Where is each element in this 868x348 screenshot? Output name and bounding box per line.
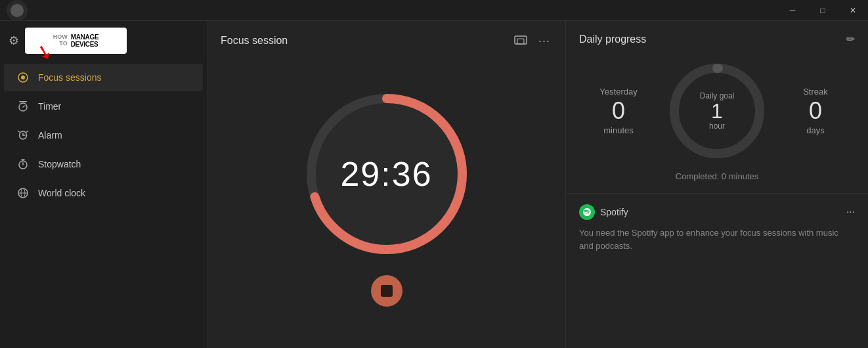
yesterday-stat: Yesterday 0 minutes: [579, 87, 658, 135]
focus-panel-header: Focus session ···: [221, 33, 552, 49]
cast-icon[interactable]: [513, 33, 529, 49]
focus-sessions-label: Focus sessions: [38, 72, 101, 83]
alarm-icon: [17, 129, 29, 141]
focus-sessions-icon: [17, 72, 29, 83]
sidebar-item-focus-sessions[interactable]: Focus sessions: [4, 64, 203, 91]
completed-text: Completed: 0 minutes: [579, 171, 855, 181]
edit-icon[interactable]: ✏: [846, 33, 855, 45]
title-bar-controls: ─ □ ✕: [777, 0, 868, 21]
logo-image: HOW TO MANAGE DEVICES: [25, 28, 127, 54]
spotify-header: Spotify ···: [579, 204, 855, 220]
svg-rect-15: [515, 36, 527, 44]
alarm-label: Alarm: [38, 130, 62, 141]
app-icon: [7, 0, 28, 21]
svg-rect-16: [517, 39, 524, 44]
focus-panel: Focus session ···: [207, 21, 566, 348]
streak-value: 0: [809, 99, 822, 123]
focus-panel-title: Focus session: [221, 35, 288, 47]
world-clock-label: World clock: [38, 188, 85, 198]
yesterday-unit: minutes: [603, 125, 634, 135]
progress-stats: Yesterday 0 minutes Daily goal: [579, 58, 855, 163]
spotify-name: Spotify: [600, 207, 628, 217]
sidebar-item-alarm[interactable]: Alarm: [4, 121, 203, 149]
spotify-icon: [579, 204, 595, 220]
world-clock-icon: [17, 187, 29, 199]
progress-panel: Daily progress ✏ Yesterday 0 minutes: [566, 21, 868, 348]
main-content: Focus session ···: [207, 21, 868, 348]
stop-icon: [381, 285, 393, 297]
yesterday-label: Yesterday: [599, 87, 637, 97]
maximize-button[interactable]: □: [808, 0, 838, 21]
progress-header: Daily progress ✏: [579, 33, 855, 45]
sidebar: ⚙ HOW TO MANAGE DEVICES ➘: [0, 21, 207, 348]
spotify-more-options[interactable]: ···: [846, 206, 855, 218]
yesterday-value: 0: [612, 99, 625, 123]
spotify-section: Spotify ··· You need the Spotify app to …: [566, 194, 868, 348]
timer-circle: 29:36: [301, 89, 472, 259]
progress-section: Daily progress ✏ Yesterday 0 minutes: [566, 21, 868, 194]
sidebar-item-world-clock[interactable]: World clock: [4, 179, 203, 207]
progress-title: Daily progress: [579, 33, 646, 45]
minimize-button[interactable]: ─: [777, 0, 808, 21]
daily-goal-value: 1: [711, 99, 723, 123]
stop-button[interactable]: [371, 275, 402, 307]
svg-rect-2: [19, 101, 27, 102]
sidebar-item-stopwatch[interactable]: Stopwatch: [4, 150, 203, 178]
timer-icon: [17, 100, 29, 112]
timer-container: 29:36: [221, 59, 552, 336]
app-container: ⚙ HOW TO MANAGE DEVICES ➘: [0, 21, 868, 348]
settings-icon[interactable]: ⚙: [8, 35, 20, 47]
title-bar-left: [0, 0, 34, 21]
svg-line-3: [23, 106, 25, 107]
streak-unit: days: [806, 125, 824, 135]
more-options-icon[interactable]: ···: [536, 33, 552, 49]
timer-display: 29:36: [340, 154, 432, 194]
daily-goal-center: Daily goal 1 hour: [700, 91, 735, 131]
daily-goal-unit: hour: [700, 121, 735, 131]
spotify-brand: Spotify: [579, 204, 628, 220]
daily-goal-donut: Daily goal 1 hour: [664, 58, 770, 163]
stopwatch-label: Stopwatch: [38, 159, 81, 169]
spotify-description: You need the Spotify app to enhance your…: [579, 227, 855, 252]
svg-line-6: [18, 131, 20, 133]
svg-point-1: [21, 76, 25, 79]
title-bar: ─ □ ✕: [0, 0, 868, 21]
sidebar-item-timer[interactable]: Timer: [4, 93, 203, 120]
svg-line-7: [27, 131, 28, 133]
streak-label: Streak: [803, 87, 828, 97]
close-button[interactable]: ✕: [838, 0, 868, 21]
timer-label: Timer: [38, 101, 61, 112]
sidebar-top: ⚙ HOW TO MANAGE DEVICES: [0, 21, 207, 60]
sidebar-nav: Focus sessions Timer: [0, 60, 207, 210]
stopwatch-icon: [17, 158, 29, 170]
streak-stat: Streak 0 days: [776, 87, 855, 135]
focus-panel-actions: ···: [513, 33, 552, 49]
